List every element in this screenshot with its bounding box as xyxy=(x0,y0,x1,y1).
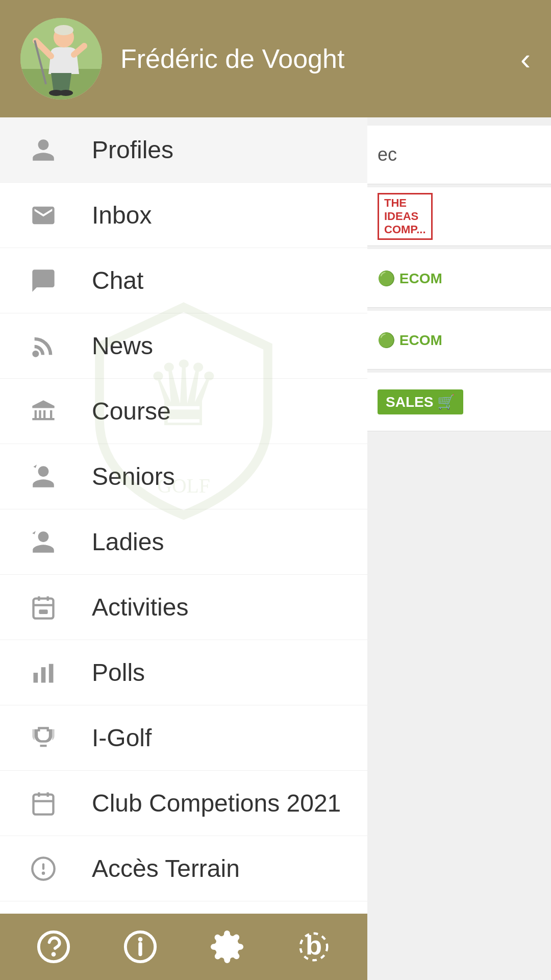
svg-rect-22 xyxy=(49,664,54,682)
avatar xyxy=(20,18,102,100)
drawer-header: Frédéric de Vooght xyxy=(0,0,367,117)
help-icon xyxy=(36,929,71,965)
svg-point-30 xyxy=(39,932,68,962)
profiles-label: Profiles xyxy=(92,136,173,164)
svg-point-4 xyxy=(54,25,73,35)
svg-marker-14 xyxy=(32,531,36,534)
svg-rect-15 xyxy=(34,598,54,618)
inbox-label: Inbox xyxy=(92,201,152,229)
course-icon xyxy=(26,394,61,429)
avatar-image xyxy=(20,18,102,100)
menu-list: Profiles Inbox Chat xyxy=(0,117,367,914)
seniors-label: Seniors xyxy=(92,462,175,491)
sidebar-item-activities[interactable]: Activities xyxy=(0,575,367,640)
sidebar-item-seniors[interactable]: Seniors xyxy=(0,444,367,509)
sidebar-item-inbox[interactable]: Inbox xyxy=(0,183,367,248)
drawer: Frédéric de Vooght ♛ GOLF Profiles xyxy=(0,0,367,980)
right-panel-header: ‹ xyxy=(367,0,551,117)
competitions-icon xyxy=(26,786,61,821)
right-panel-ecom2-item[interactable]: 🟢 ECOM xyxy=(367,311,551,370)
settings-button[interactable] xyxy=(204,924,250,970)
svg-point-29 xyxy=(42,871,45,875)
svg-marker-13 xyxy=(34,464,37,468)
sidebar-item-igolf[interactable]: I-Golf xyxy=(0,705,367,771)
help-button[interactable] xyxy=(31,924,77,970)
info-icon xyxy=(122,929,158,965)
right-panel: ‹ ec THEIDEASCOMP... 🟢 ECOM 🟢 ECOM SALES… xyxy=(367,0,551,980)
sidebar-item-competitions[interactable]: Club Competions 2021 xyxy=(0,771,367,836)
svg-point-34 xyxy=(138,937,143,942)
info-button[interactable] xyxy=(117,924,163,970)
acces-terrain-icon xyxy=(26,851,61,887)
svg-rect-19 xyxy=(39,609,47,614)
ladies-icon xyxy=(26,524,61,560)
sidebar-item-course[interactable]: Course xyxy=(0,379,367,444)
svg-point-12 xyxy=(32,350,39,357)
polls-label: Polls xyxy=(92,658,145,687)
igolf-icon xyxy=(26,720,61,756)
ladies-label: Ladies xyxy=(92,528,164,556)
activities-icon xyxy=(26,590,61,625)
chat-icon xyxy=(26,263,61,299)
polls-icon xyxy=(26,655,61,691)
sales-badge: SALES 🛒 xyxy=(378,389,463,414)
person-icon xyxy=(26,132,61,168)
sidebar-item-profiles[interactable]: Profiles xyxy=(0,117,367,183)
svg-point-8 xyxy=(59,90,73,96)
sidebar-item-polls[interactable]: Polls xyxy=(0,640,367,705)
back-arrow-icon[interactable]: ‹ xyxy=(520,41,531,77)
chat-label: Chat xyxy=(92,266,143,295)
svg-point-31 xyxy=(52,952,56,957)
igolf-label: I-Golf xyxy=(92,724,152,752)
sidebar-item-chat[interactable]: Chat xyxy=(0,248,367,313)
right-panel-sales-item[interactable]: SALES 🛒 xyxy=(367,373,551,431)
activities-label: Activities xyxy=(92,593,188,621)
ecom1-badge: 🟢 ECOM xyxy=(378,270,442,287)
course-label: Course xyxy=(92,397,171,425)
right-panel-ec-item: ec xyxy=(367,126,551,184)
seniors-icon xyxy=(26,459,61,495)
ideas-badge: THEIDEASCOMP... xyxy=(378,193,433,240)
ecom2-badge: 🟢 ECOM xyxy=(378,332,442,349)
brand-icon: b xyxy=(296,929,332,965)
acces-terrain-label: Accès Terrain xyxy=(92,854,240,883)
sidebar-item-news[interactable]: News xyxy=(0,313,367,379)
sidebar-item-ladies[interactable]: Ladies xyxy=(0,509,367,575)
brand-button[interactable]: b xyxy=(291,924,337,970)
ec-text: ec xyxy=(378,144,397,165)
svg-rect-21 xyxy=(41,667,46,682)
news-icon xyxy=(26,328,61,364)
settings-icon xyxy=(209,929,245,965)
user-name: Frédéric de Vooght xyxy=(120,43,344,74)
inbox-icon xyxy=(26,198,61,233)
svg-rect-20 xyxy=(34,673,38,683)
right-panel-ideas-item[interactable]: THEIDEASCOMP... xyxy=(367,187,551,246)
sidebar-item-acces-terrain[interactable]: Accès Terrain xyxy=(0,836,367,901)
right-panel-ecom1-item[interactable]: 🟢 ECOM xyxy=(367,249,551,308)
bottom-bar: b xyxy=(0,914,367,980)
svg-rect-23 xyxy=(34,794,54,814)
news-label: News xyxy=(92,332,153,360)
competitions-label: Club Competions 2021 xyxy=(92,789,341,817)
right-panel-content: ec THEIDEASCOMP... 🟢 ECOM 🟢 ECOM SALES 🛒 xyxy=(367,117,551,439)
